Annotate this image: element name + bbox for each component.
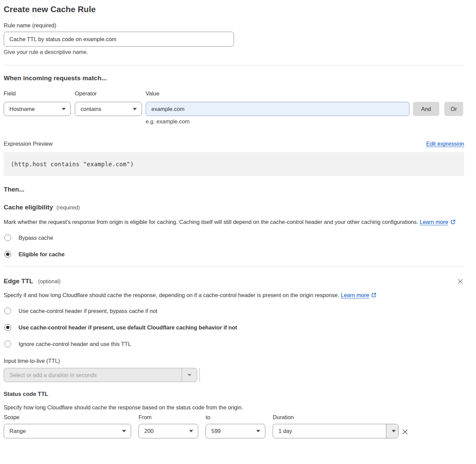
chevron-down-icon (62, 108, 66, 110)
ttl-combo-row: Select or add a duration in seconds (4, 368, 464, 382)
section-divider (4, 65, 464, 65)
or-button[interactable]: Or (444, 102, 463, 116)
operator-label: Operator (75, 90, 146, 97)
edge-ttl-option-bypass-label: Use cache-control header if present, byp… (19, 308, 157, 314)
eligible-for-cache-radio[interactable] (4, 251, 11, 258)
field-select[interactable]: Hostname (4, 102, 71, 116)
expression-preview-label: Expression Preview (4, 141, 53, 147)
edge-ttl-description: Specify if and how long Cloudflare shoul… (4, 290, 378, 300)
cache-eligibility-heading: Cache eligibility (4, 204, 53, 211)
value-helper: e.g. example.com (146, 118, 464, 125)
edge-ttl-option-ignore-label: Ignore cache-control header and use this… (19, 341, 131, 347)
remove-rule-row-icon[interactable] (400, 427, 410, 437)
operator-select-value: contains (81, 106, 101, 112)
from-select-value: 200 (144, 428, 154, 434)
from-select[interactable]: 200 (139, 424, 198, 438)
edge-ttl-optional-tag: (optional) (38, 279, 61, 284)
and-button[interactable]: And (413, 102, 439, 116)
chevron-down-icon (256, 430, 260, 432)
scope-label: Scope (4, 414, 131, 420)
ttl-duration-dropdown-button[interactable] (182, 368, 197, 382)
eligible-for-cache-label: Eligible for cache (19, 251, 65, 258)
page-title: Create new Cache Rule (4, 5, 464, 14)
to-select-value: 599 (211, 428, 221, 434)
value-input[interactable] (146, 102, 410, 116)
ttl-duration-select[interactable]: Select or add a duration in seconds (4, 368, 197, 382)
chevron-down-icon (189, 430, 193, 432)
edge-ttl-radio-bypass[interactable] (4, 308, 11, 314)
duration-dropdown-button[interactable] (386, 424, 398, 438)
status-code-ttl-row: Scope Range From 200 to 599 Duration 1 d… (4, 414, 464, 438)
edge-ttl-heading: Edge TTL (4, 278, 33, 285)
rule-name-label: Rule name (required) (4, 22, 464, 29)
cache-eligibility-required-tag: (required) (56, 205, 80, 211)
external-link-icon (450, 218, 456, 227)
field-label: Field (4, 90, 75, 97)
edge-ttl-learn-more-link[interactable]: Learn more (341, 292, 369, 298)
section-divider (4, 266, 464, 266)
scope-select[interactable]: Range (4, 424, 131, 438)
match-heading: When incoming requests match... (4, 75, 464, 82)
external-link-icon (371, 291, 377, 300)
from-label: From (139, 414, 198, 420)
expression-code: (http.host contains "example.com") (11, 161, 134, 168)
match-labels-row: Field Operator Value (4, 90, 464, 97)
cache-eligibility-learn-more-link[interactable]: Learn more (420, 219, 448, 225)
expression-header-row: Expression Preview Edit expression (4, 141, 464, 147)
field-select-value: Hostname (9, 106, 35, 112)
edge-ttl-radio-default[interactable] (4, 324, 11, 331)
focus-caret (199, 368, 200, 382)
value-label: Value (146, 90, 159, 97)
status-code-ttl-description: Specify how long Cloudflare should cache… (4, 404, 464, 411)
edge-ttl-option-default[interactable]: Use cache-control header if present, use… (4, 324, 464, 331)
match-controls-row: Hostname contains And Or (4, 102, 464, 116)
edge-ttl-option-ignore[interactable]: Ignore cache-control header and use this… (4, 341, 464, 347)
edge-ttl-option-bypass[interactable]: Use cache-control header if present, byp… (4, 308, 464, 314)
cache-eligibility-description: Mark whether the request’s response from… (4, 217, 457, 227)
rule-name-input[interactable] (4, 32, 234, 47)
bypass-cache-option[interactable]: Bypass cache (4, 234, 464, 241)
chevron-down-icon (122, 430, 126, 432)
bypass-cache-label: Bypass cache (19, 235, 53, 241)
edge-ttl-heading-row: Edge TTL (optional) (4, 278, 464, 285)
chevron-down-icon (133, 108, 137, 110)
edge-ttl-radio-ignore[interactable] (4, 341, 11, 347)
duration-select[interactable]: 1 day (273, 424, 398, 438)
edge-ttl-option-default-label: Use cache-control header if present, use… (19, 324, 237, 331)
to-select[interactable]: 599 (206, 424, 265, 438)
cache-eligibility-heading-row: Cache eligibility (required) (4, 204, 464, 211)
expression-preview-box: (http.host contains "example.com") (4, 152, 464, 176)
chevron-down-icon (187, 374, 191, 376)
bypass-cache-radio[interactable] (4, 234, 11, 241)
edit-expression-link[interactable]: Edit expression (426, 141, 464, 147)
chevron-down-icon (392, 430, 396, 432)
duration-label: Duration (273, 414, 398, 420)
rule-name-helper: Give your rule a descriptive name. (4, 49, 464, 55)
create-cache-rule-form: Create new Cache Rule Rule name (require… (0, 0, 476, 445)
to-label: to (206, 414, 265, 420)
ttl-duration-placeholder: Select or add a duration in seconds (4, 368, 182, 382)
duration-select-value: 1 day (273, 424, 386, 438)
eligible-for-cache-option[interactable]: Eligible for cache (4, 251, 464, 258)
close-icon[interactable] (456, 278, 464, 285)
then-heading: Then... (4, 186, 464, 193)
operator-select[interactable]: contains (75, 102, 142, 116)
status-code-ttl-heading: Status code TTL (4, 391, 464, 398)
scope-select-value: Range (9, 428, 26, 434)
ttl-input-label: Input time-to-live (TTL) (4, 358, 464, 364)
